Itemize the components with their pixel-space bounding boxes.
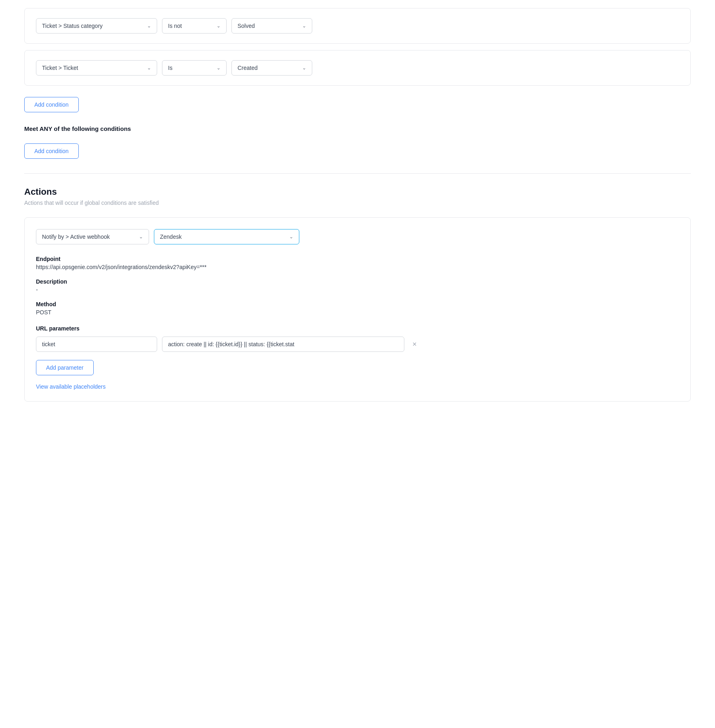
chevron-down-icon-8: ⌄: [289, 234, 293, 240]
condition-operator-select-1[interactable]: Is not ⌄: [162, 18, 227, 34]
actions-subtitle: Actions that will occur if global condit…: [24, 200, 691, 206]
add-parameter-button[interactable]: Add parameter: [36, 360, 94, 375]
meet-any-label: Meet ANY of the following conditions: [24, 125, 691, 132]
condition-block-2: Ticket > Ticket ⌄ Is ⌄ Created ⌄: [24, 50, 691, 86]
url-param-key-input[interactable]: [36, 337, 157, 352]
condition-block-1: Ticket > Status category ⌄ Is not ⌄ Solv…: [24, 8, 691, 44]
chevron-down-icon-5: ⌄: [217, 65, 221, 71]
chevron-down-icon-1: ⌄: [147, 23, 151, 29]
section-divider: [24, 173, 691, 174]
view-placeholders-link[interactable]: View available placeholders: [36, 383, 106, 390]
method-label: Method: [36, 301, 679, 307]
description-value: -: [36, 286, 679, 293]
endpoint-row: Endpoint https://api.opsgenie.com/v2/jso…: [36, 256, 679, 270]
url-param-value-input[interactable]: [162, 337, 404, 352]
add-condition-button-any[interactable]: Add condition: [24, 143, 79, 159]
condition-operator-select-2[interactable]: Is ⌄: [162, 60, 227, 76]
description-label: Description: [36, 278, 679, 285]
chevron-down-icon-4: ⌄: [147, 65, 151, 71]
action-target-select[interactable]: Zendesk ⌄: [154, 229, 299, 244]
chevron-down-icon-2: ⌄: [217, 23, 221, 29]
url-params-section: URL parameters ×: [36, 325, 679, 352]
action-type-select[interactable]: Notify by > Active webhook ⌄: [36, 229, 149, 244]
url-params-label: URL parameters: [36, 325, 679, 332]
condition-value-select-2[interactable]: Created ⌄: [231, 60, 312, 76]
condition-field-select-1[interactable]: Ticket > Status category ⌄: [36, 18, 157, 34]
condition-field-select-2[interactable]: Ticket > Ticket ⌄: [36, 60, 157, 76]
url-param-row: ×: [36, 337, 679, 352]
condition-value-select-1[interactable]: Solved ⌄: [231, 18, 312, 34]
description-row: Description -: [36, 278, 679, 293]
add-condition-button-all[interactable]: Add condition: [24, 97, 79, 112]
action-dropdowns: Notify by > Active webhook ⌄ Zendesk ⌄: [36, 229, 679, 244]
chevron-down-icon-6: ⌄: [302, 65, 306, 71]
method-value: POST: [36, 309, 679, 316]
endpoint-label: Endpoint: [36, 256, 679, 262]
method-row: Method POST: [36, 301, 679, 316]
chevron-down-icon-3: ⌄: [302, 23, 306, 29]
endpoint-value: https://api.opsgenie.com/v2/json/integra…: [36, 264, 679, 270]
chevron-down-icon-7: ⌄: [139, 234, 143, 240]
actions-title: Actions: [24, 187, 691, 197]
action-block: Notify by > Active webhook ⌄ Zendesk ⌄ E…: [24, 217, 691, 402]
remove-param-button[interactable]: ×: [409, 339, 420, 350]
